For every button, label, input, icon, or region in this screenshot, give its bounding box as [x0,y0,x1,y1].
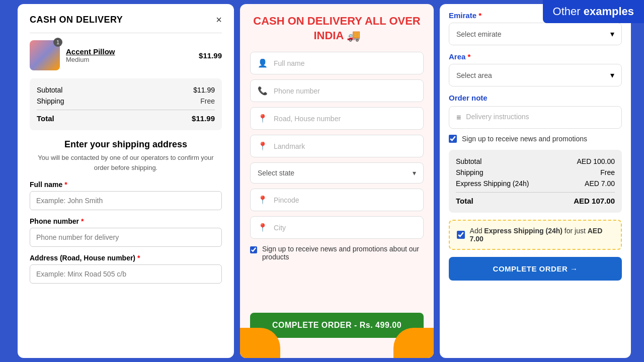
express-banner-text: Add Express Shipping (24h) for just AED … [470,227,614,243]
fullname-input[interactable] [30,191,222,210]
emirate-select-text: Select emirate [456,30,501,38]
product-image-wrap: 1 [30,40,60,70]
fullname-label: Full name * [30,180,222,189]
middle-phone-placeholder: Phone number [274,87,416,95]
other-examples-text: Other examples [553,5,634,18]
state-select[interactable]: Select state ▾ [250,162,424,184]
product-info: Accent Pillow Medium [66,47,193,63]
right-subtotal-label: Subtotal [456,157,481,165]
phone-label: Phone number * [30,217,222,225]
express-shipping-banner: Add Express Shipping (24h) for just AED … [449,220,622,250]
left-panel-title: CASH ON DELIVERY [30,15,123,25]
delivery-instructions-placeholder: Delivery instructions [466,113,529,121]
close-button[interactable]: × [216,14,222,26]
emirate-chevron-icon: ▾ [610,29,614,39]
middle-city-field[interactable]: 📍 City [250,216,424,239]
area-chevron-icon: ▾ [610,70,614,80]
phone-icon: 📞 [258,86,268,96]
right-express-label: Express Shipping (24h) [456,179,529,188]
product-name: Accent Pillow [66,47,193,56]
right-panel: Emirate * Select emirate ▾ Area * Select… [440,4,631,358]
left-panel-header: CASH ON DELIVERY × [30,14,222,26]
total-label: Total [37,114,54,123]
chevron-down-icon: ▾ [413,169,416,177]
middle-complete-button[interactable]: COMPLETE ORDER - Rs. 499.00 [250,313,424,338]
form-section-subtitle: You will be contacted by one of our oper… [30,153,222,172]
right-signup-row: Sign up to receive news and promotions [449,135,622,143]
middle-panel: CASH ON DELIVERY ALL OVER INDIA 🚚 👤 Full… [240,4,434,358]
shipping-value: Free [200,97,215,105]
person-icon: 👤 [258,58,268,68]
right-subtotal-value: AED 100.00 [577,157,615,165]
middle-road-field[interactable]: 📍 Road, House number [250,107,424,130]
middle-phone-field[interactable]: 📞 Phone number [250,79,424,102]
middle-landmark-field[interactable]: 📍 Landmark [250,135,424,157]
subtotal-label: Subtotal [37,86,62,94]
delivery-instructions-field[interactable]: ≡ Delivery instructions [449,106,622,129]
form-section-title: Enter your shipping address [30,139,222,150]
middle-pincode-placeholder: Pincode [274,196,416,204]
address-input[interactable] [30,264,222,284]
area-select-text: Select area [456,71,492,79]
middle-panel-inner: CASH ON DELIVERY ALL OVER INDIA 🚚 👤 Full… [240,4,434,307]
middle-signup-checkbox[interactable] [250,246,257,254]
location-icon-landmark: 📍 [258,141,268,151]
other-examples-banner: Other examples [543,0,644,23]
right-complete-button[interactable]: COMPLETE ORDER → [449,257,622,281]
shipping-label: Shipping [37,97,64,105]
product-row: 1 Accent Pillow Medium $11.99 [30,40,222,70]
right-summary-table: Subtotal AED 100.00 Shipping Free Expres… [449,150,622,213]
middle-city-placeholder: City [274,224,416,232]
right-express-value: AED 7.00 [585,179,615,188]
address-label: Address (Road, House number) * [30,254,222,262]
product-variant: Medium [66,56,193,63]
right-subtotal-row: Subtotal AED 100.00 [456,156,615,167]
right-signup-label: Sign up to receive news and promotions [462,135,587,143]
middle-signup-label: Sign up to receive news and promotions a… [262,245,424,261]
middle-fullname-placeholder: Full name [274,59,416,67]
total-row: Total $11.99 [37,110,215,124]
right-shipping-value: Free [600,168,615,176]
right-shipping-label: Shipping [456,168,484,176]
left-summary-table: Subtotal $11.99 Shipping Free Total $11.… [30,78,222,130]
state-select-text: Select state [258,169,294,177]
order-note-label: Order note [449,94,622,102]
phone-input[interactable] [30,228,222,247]
emirate-select[interactable]: Select emirate ▾ [449,23,622,45]
right-shipping-row: Shipping Free [456,167,615,178]
location-icon-pincode: 📍 [258,195,268,205]
location-icon-road: 📍 [258,114,268,123]
shipping-row: Shipping Free [37,96,215,107]
middle-pincode-field[interactable]: 📍 Pincode [250,189,424,211]
area-label: Area * [449,52,622,61]
location-icon-city: 📍 [258,223,268,232]
right-signup-checkbox[interactable] [449,135,457,143]
right-express-row: Express Shipping (24h) AED 7.00 [456,178,615,189]
right-total-label: Total [456,197,473,205]
middle-panel-title: CASH ON DELIVERY ALL OVER INDIA 🚚 [250,14,424,43]
total-value: $11.99 [192,114,215,123]
divider [30,33,222,33]
middle-fullname-field[interactable]: 👤 Full name [250,52,424,74]
product-price: $11.99 [199,51,222,60]
middle-signup-row: Sign up to receive news and promotions a… [250,245,424,261]
subtotal-row: Subtotal $11.99 [37,84,215,96]
lines-icon: ≡ [456,113,461,122]
subtotal-value: $11.99 [193,86,215,94]
express-shipping-checkbox[interactable] [457,231,465,239]
right-total-row: Total AED 107.00 [456,192,615,207]
right-total-value: AED 107.00 [574,197,615,205]
middle-road-placeholder: Road, House number [274,115,416,123]
left-panel: CASH ON DELIVERY × 1 Accent Pillow Mediu… [18,4,234,358]
middle-landmark-placeholder: Landmark [274,142,416,150]
area-select[interactable]: Select area ▾ [449,64,622,86]
product-quantity-badge: 1 [53,38,62,47]
